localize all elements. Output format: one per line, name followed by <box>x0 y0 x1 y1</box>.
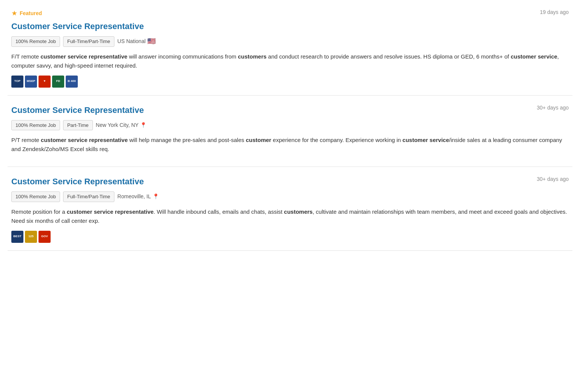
badge-2: 125 <box>25 231 37 243</box>
job-timestamp: 30+ days ago <box>537 175 569 183</box>
badge-2: MSEP <box>25 76 37 88</box>
tags-row: 100% Remote JobFull-Time/Part-TimeRomeov… <box>11 191 569 202</box>
badge-1: BEST <box>11 231 23 243</box>
job-card-2: 30+ days agoCustomer Service Representat… <box>8 96 572 167</box>
job-location: Romeoville, IL📍 <box>117 193 159 201</box>
job-description: P/T remote customer service representati… <box>11 136 569 154</box>
location-text: New York City, NY <box>96 121 139 129</box>
job-title[interactable]: Customer Service Representative <box>11 175 144 188</box>
tag-2: Part-Time <box>63 120 93 131</box>
job-timestamp: 19 days ago <box>540 8 569 16</box>
featured-star-icon: ★ <box>11 8 17 19</box>
job-title[interactable]: Customer Service Representative <box>11 104 144 116</box>
badge-3: ♥ <box>39 76 51 88</box>
tags-row: 100% Remote JobFull-Time/Part-TimeUS Nat… <box>11 36 569 47</box>
tag-2: Full-Time/Part-Time <box>63 36 114 47</box>
job-location: US National🇺🇸 <box>117 36 156 46</box>
badge-4: FD <box>52 76 64 88</box>
location-pin-icon: 📍 <box>140 121 147 129</box>
job-description: F/T remote customer service representati… <box>11 52 569 70</box>
badge-1: TOP <box>11 76 23 88</box>
job-location: New York City, NY📍 <box>96 121 147 129</box>
badge-3: GOV <box>39 231 51 243</box>
badges-row: TOPMSEP♥FDB 400 <box>11 76 569 88</box>
tags-row: 100% Remote JobPart-TimeNew York City, N… <box>11 120 569 131</box>
job-card-1: ★ Featured 19 days agoCustomer Service R… <box>8 0 572 96</box>
badges-row: BEST125GOV <box>11 231 569 243</box>
job-description: Remote position for a customer service r… <box>11 207 569 225</box>
job-title[interactable]: Customer Service Representative <box>11 20 144 32</box>
featured-badge: ★ Featured <box>11 8 569 19</box>
featured-label: Featured <box>20 9 42 17</box>
location-text: Romeoville, IL <box>117 193 151 201</box>
badge-5: B 400 <box>66 76 78 88</box>
job-list: ★ Featured 19 days agoCustomer Service R… <box>0 0 580 251</box>
job-timestamp: 30+ days ago <box>537 104 569 112</box>
location-pin-icon: 📍 <box>153 193 159 201</box>
tag-1: 100% Remote Job <box>11 36 60 47</box>
job-card-3: 30+ days agoCustomer Service Representat… <box>8 167 572 251</box>
tag-2: Full-Time/Part-Time <box>63 191 114 202</box>
tag-1: 100% Remote Job <box>11 120 60 131</box>
tag-1: 100% Remote Job <box>11 191 60 202</box>
flag-icon: 🇺🇸 <box>147 36 156 46</box>
location-text: US National <box>117 37 146 45</box>
